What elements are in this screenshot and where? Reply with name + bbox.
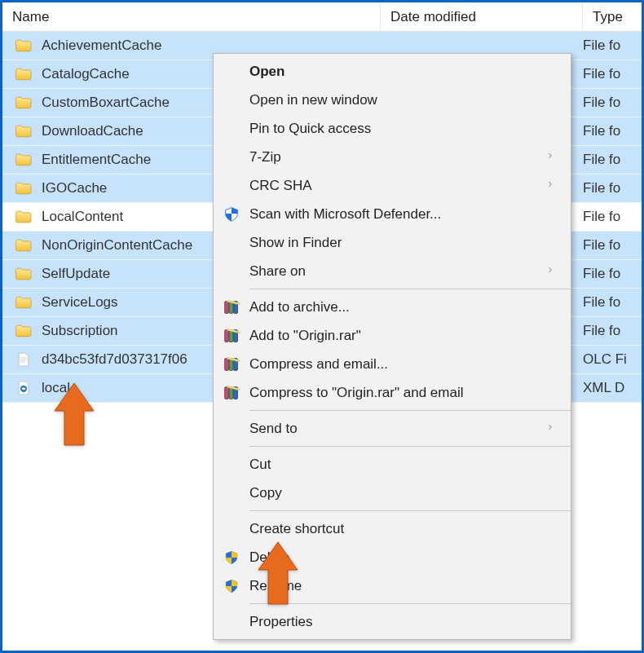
folder-icon (14, 179, 33, 198)
folder-icon (14, 93, 33, 113)
uac-shield-icon (214, 543, 249, 571)
folder-icon (14, 36, 33, 55)
folder-icon (14, 264, 33, 284)
defender-shield-icon (214, 200, 249, 228)
menu-show-in-finder[interactable]: Show in Finder (214, 228, 571, 257)
menu-properties[interactable]: Properties (214, 607, 571, 636)
menu-rename[interactable]: Rename (214, 571, 571, 600)
menu-crc-sha[interactable]: CRC SHA (214, 171, 571, 200)
chevron-right-icon (545, 421, 556, 437)
file-icon (14, 350, 33, 369)
column-header-date[interactable]: Date modified (381, 2, 583, 31)
menu-separator (249, 510, 571, 511)
menu-send-to[interactable]: Send to (214, 414, 571, 443)
menu-create-shortcut[interactable]: Create shortcut (214, 514, 571, 543)
file-type: File fo (583, 180, 642, 196)
xml-file-icon (14, 378, 33, 398)
folder-icon (14, 64, 33, 84)
folder-icon (14, 293, 33, 312)
file-type: File fo (583, 95, 642, 111)
winrar-icon (214, 321, 249, 350)
menu-open-new-window[interactable]: Open in new window (214, 86, 571, 114)
menu-compress-origin-email[interactable]: Compress to "Origin.rar" and email (214, 378, 571, 407)
file-type: File fo (583, 38, 642, 54)
menu-separator (249, 603, 571, 604)
menu-compress-email[interactable]: Compress and email... (214, 350, 571, 378)
file-type: File fo (583, 209, 642, 225)
menu-add-to-archive[interactable]: Add to archive... (214, 293, 571, 321)
folder-icon (14, 121, 33, 141)
menu-open[interactable]: Open (214, 57, 571, 86)
chevron-right-icon (545, 178, 556, 194)
winrar-icon (214, 350, 249, 378)
menu-separator (249, 446, 571, 447)
file-type: File fo (583, 294, 642, 311)
folder-icon (14, 321, 33, 341)
file-type: File fo (583, 266, 642, 282)
menu-defender-scan[interactable]: Scan with Microsoft Defender... (214, 200, 571, 228)
folder-icon (14, 236, 33, 255)
menu-7zip[interactable]: 7-Zip (214, 143, 571, 171)
menu-add-to-origin-rar[interactable]: Add to "Origin.rar" (214, 321, 571, 350)
menu-delete[interactable]: Delete (214, 543, 571, 571)
file-type: File fo (583, 323, 642, 339)
chevron-right-icon (545, 149, 556, 165)
chevron-right-icon (545, 263, 556, 280)
file-explorer-window: Name Date modified Type AchievementCache… (2, 2, 642, 651)
folder-icon (14, 207, 33, 227)
context-menu: Open Open in new window Pin to Quick acc… (213, 53, 571, 640)
file-type: File fo (583, 237, 642, 254)
winrar-icon (214, 378, 249, 407)
file-name: AchievementCache (42, 38, 381, 54)
winrar-icon (214, 293, 249, 321)
uac-shield-icon (214, 571, 249, 600)
menu-cut[interactable]: Cut (214, 450, 571, 479)
folder-icon (14, 150, 33, 170)
file-type: File fo (583, 152, 642, 168)
menu-separator (249, 410, 571, 411)
file-type: File fo (583, 123, 642, 139)
menu-share-on[interactable]: Share on (214, 257, 571, 285)
file-type: XML D (583, 380, 642, 396)
column-header-type[interactable]: Type (583, 2, 642, 31)
column-header-name[interactable]: Name (2, 2, 381, 31)
menu-copy[interactable]: Copy (214, 479, 571, 507)
file-type: OLC Fi (583, 351, 642, 368)
menu-pin-quick-access[interactable]: Pin to Quick access (214, 114, 571, 143)
column-header-row: Name Date modified Type (2, 2, 642, 32)
file-type: File fo (583, 66, 642, 82)
menu-separator (249, 289, 571, 289)
